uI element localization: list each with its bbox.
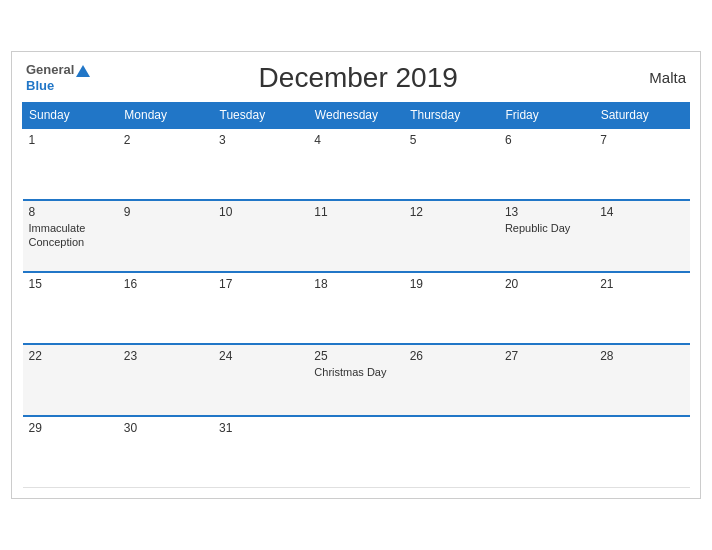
day-number: 27 <box>505 349 588 363</box>
calendar-day-cell <box>499 416 594 488</box>
day-number: 28 <box>600 349 683 363</box>
calendar-week-row: 8Immaculate Conception910111213Republic … <box>23 200 690 272</box>
header-wednesday: Wednesday <box>308 102 403 128</box>
day-number: 18 <box>314 277 397 291</box>
day-number: 23 <box>124 349 207 363</box>
calendar-wrapper: General Blue December 2019 Malta Sunday … <box>11 51 701 500</box>
calendar-day-cell: 7 <box>594 128 689 200</box>
calendar-day-cell: 28 <box>594 344 689 416</box>
calendar-week-row: 293031 <box>23 416 690 488</box>
calendar-day-cell: 16 <box>118 272 213 344</box>
logo-blue: Blue <box>26 78 90 94</box>
day-number: 13 <box>505 205 588 219</box>
day-number: 6 <box>505 133 588 147</box>
calendar-day-cell: 11 <box>308 200 403 272</box>
calendar-day-cell <box>594 416 689 488</box>
calendar-day-cell: 26 <box>404 344 499 416</box>
day-number: 14 <box>600 205 683 219</box>
calendar-day-cell: 2 <box>118 128 213 200</box>
calendar-day-cell: 22 <box>23 344 118 416</box>
day-number: 16 <box>124 277 207 291</box>
day-number: 10 <box>219 205 302 219</box>
calendar-day-cell: 21 <box>594 272 689 344</box>
calendar-day-cell: 5 <box>404 128 499 200</box>
day-number: 12 <box>410 205 493 219</box>
day-number: 26 <box>410 349 493 363</box>
day-number: 29 <box>29 421 112 435</box>
calendar-week-row: 15161718192021 <box>23 272 690 344</box>
header-sunday: Sunday <box>23 102 118 128</box>
calendar-day-cell: 14 <box>594 200 689 272</box>
calendar-day-cell: 9 <box>118 200 213 272</box>
calendar-day-cell: 17 <box>213 272 308 344</box>
calendar-day-cell: 25Christmas Day <box>308 344 403 416</box>
header-friday: Friday <box>499 102 594 128</box>
weekday-header-row: Sunday Monday Tuesday Wednesday Thursday… <box>23 102 690 128</box>
calendar-table: Sunday Monday Tuesday Wednesday Thursday… <box>22 102 690 489</box>
calendar-day-cell: 20 <box>499 272 594 344</box>
calendar-country: Malta <box>626 69 686 86</box>
header-monday: Monday <box>118 102 213 128</box>
day-number: 1 <box>29 133 112 147</box>
calendar-day-cell: 13Republic Day <box>499 200 594 272</box>
day-number: 15 <box>29 277 112 291</box>
calendar-day-cell: 19 <box>404 272 499 344</box>
day-event: Immaculate Conception <box>29 222 86 248</box>
day-number: 2 <box>124 133 207 147</box>
calendar-day-cell: 30 <box>118 416 213 488</box>
calendar-day-cell: 6 <box>499 128 594 200</box>
day-number: 4 <box>314 133 397 147</box>
calendar-day-cell <box>308 416 403 488</box>
logo: General Blue <box>26 62 90 93</box>
day-number: 5 <box>410 133 493 147</box>
day-number: 11 <box>314 205 397 219</box>
day-event: Christmas Day <box>314 366 386 378</box>
day-number: 7 <box>600 133 683 147</box>
calendar-day-cell: 27 <box>499 344 594 416</box>
day-number: 9 <box>124 205 207 219</box>
calendar-title: December 2019 <box>90 62 626 94</box>
day-number: 22 <box>29 349 112 363</box>
calendar-day-cell: 23 <box>118 344 213 416</box>
calendar-day-cell: 3 <box>213 128 308 200</box>
logo-triangle-icon <box>76 65 90 77</box>
calendar-week-row: 1234567 <box>23 128 690 200</box>
calendar-week-row: 22232425Christmas Day262728 <box>23 344 690 416</box>
day-number: 21 <box>600 277 683 291</box>
calendar-day-cell: 31 <box>213 416 308 488</box>
day-event: Republic Day <box>505 222 570 234</box>
calendar-day-cell: 8Immaculate Conception <box>23 200 118 272</box>
calendar-day-cell <box>404 416 499 488</box>
day-number: 17 <box>219 277 302 291</box>
calendar-day-cell: 10 <box>213 200 308 272</box>
day-number: 24 <box>219 349 302 363</box>
logo-general: General <box>26 62 90 78</box>
header-saturday: Saturday <box>594 102 689 128</box>
day-number: 19 <box>410 277 493 291</box>
calendar-day-cell: 18 <box>308 272 403 344</box>
calendar-day-cell: 29 <box>23 416 118 488</box>
day-number: 20 <box>505 277 588 291</box>
calendar-day-cell: 24 <box>213 344 308 416</box>
calendar-day-cell: 1 <box>23 128 118 200</box>
header-thursday: Thursday <box>404 102 499 128</box>
calendar-day-cell: 4 <box>308 128 403 200</box>
day-number: 3 <box>219 133 302 147</box>
day-number: 30 <box>124 421 207 435</box>
day-number: 25 <box>314 349 397 363</box>
calendar-header: General Blue December 2019 Malta <box>22 62 690 94</box>
calendar-day-cell: 12 <box>404 200 499 272</box>
day-number: 8 <box>29 205 112 219</box>
header-tuesday: Tuesday <box>213 102 308 128</box>
calendar-day-cell: 15 <box>23 272 118 344</box>
day-number: 31 <box>219 421 302 435</box>
